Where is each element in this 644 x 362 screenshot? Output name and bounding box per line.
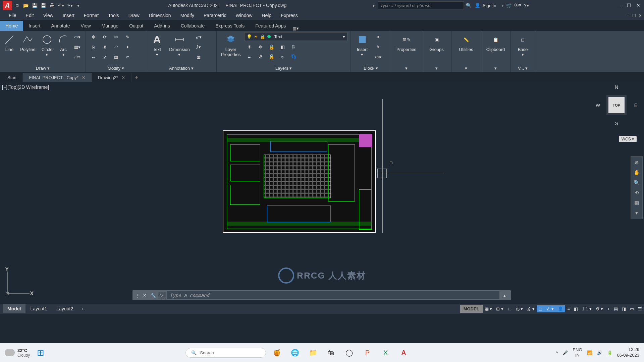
tab-manage[interactable]: Manage bbox=[96, 21, 124, 31]
layer-walk-icon[interactable]: 👣 bbox=[288, 52, 299, 61]
zoom-icon[interactable]: 🔍 bbox=[633, 179, 641, 187]
panel-modify-title[interactable]: Modify ▾ bbox=[88, 64, 144, 72]
array-icon[interactable]: ▦ bbox=[111, 52, 121, 62]
attr-block-icon[interactable]: ⚙▾ bbox=[373, 52, 383, 62]
scale-icon[interactable]: ⤢ bbox=[99, 52, 110, 62]
layer-iso-icon[interactable]: ◧ bbox=[277, 43, 287, 51]
menu-view[interactable]: View bbox=[39, 11, 58, 19]
clock[interactable]: 12:2606-09-2023 bbox=[617, 347, 640, 358]
add-layout-button[interactable]: + bbox=[78, 306, 87, 311]
new-icon[interactable]: 🗏 bbox=[13, 2, 21, 9]
layer-selector[interactable]: 💡 ☀ 🔒 -Text ▾ bbox=[244, 32, 347, 41]
doc-close-icon[interactable]: ✕ bbox=[638, 13, 642, 18]
tool-insert-block[interactable]: Insert▾ bbox=[353, 32, 372, 58]
layer-unlock-icon[interactable]: 🔓 bbox=[266, 52, 276, 61]
cart-icon[interactable]: 🛒 bbox=[505, 2, 513, 9]
layer-match-icon[interactable]: ≡ bbox=[244, 52, 254, 61]
viewcube-w[interactable]: W bbox=[596, 103, 600, 108]
ribbon-extra-icon[interactable]: ▥▾ bbox=[292, 26, 299, 31]
battery-icon[interactable]: 🔋 bbox=[607, 350, 612, 355]
autocad-taskbar-icon[interactable]: A bbox=[396, 345, 411, 360]
close-icon[interactable]: ✕ bbox=[635, 3, 641, 8]
layer-state-icon[interactable]: ⎘ bbox=[288, 43, 299, 51]
rotate-icon[interactable]: ⟳ bbox=[99, 32, 110, 42]
ortho-icon[interactable]: ∟ bbox=[505, 305, 514, 312]
qat-menu-icon[interactable]: ▾ bbox=[74, 2, 82, 9]
panel-draw-title[interactable]: Draw ▾ bbox=[2, 64, 84, 72]
menu-modify[interactable]: Modify bbox=[176, 11, 199, 19]
grid-icon[interactable]: ▦ ▾ bbox=[483, 305, 494, 312]
layer-thaw-icon[interactable]: ☼ bbox=[277, 52, 287, 61]
fullnav-icon[interactable]: ⊕ bbox=[633, 159, 641, 167]
command-input[interactable]: Type a command bbox=[167, 291, 499, 299]
tab-annotate[interactable]: Annotate bbox=[46, 21, 75, 31]
layout-tab-model[interactable]: Model bbox=[3, 304, 25, 313]
tab-view[interactable]: View bbox=[75, 21, 96, 31]
start-button[interactable]: ⊞ bbox=[33, 345, 48, 360]
rect-icon[interactable]: ▭▾ bbox=[72, 32, 83, 42]
fillet-icon[interactable]: ◠ bbox=[111, 42, 121, 52]
viewport-label[interactable]: [−][Top][2D Wireframe] bbox=[2, 84, 49, 90]
viewcube-face[interactable]: TOP bbox=[608, 97, 625, 113]
tool-base[interactable]: ◻ Base▾ bbox=[513, 32, 533, 58]
file-tab-drawing2[interactable]: Drawing2*✕ bbox=[92, 73, 131, 82]
quick-props-icon[interactable]: + bbox=[605, 305, 612, 312]
add-tab-button[interactable]: + bbox=[131, 74, 142, 81]
tool-utilities[interactable]: 📏 Utilities bbox=[456, 32, 477, 53]
trim-icon[interactable]: ✂ bbox=[111, 32, 121, 42]
snap-icon[interactable]: ⊞ ▾ bbox=[494, 305, 505, 312]
offset-icon[interactable]: ⊂ bbox=[122, 52, 133, 62]
cmd-history-icon[interactable]: ▴ bbox=[501, 293, 508, 298]
menu-window[interactable]: Window bbox=[231, 11, 257, 19]
cmd-handle-icon[interactable]: ⋮ bbox=[135, 293, 140, 298]
signin-dropdown-icon[interactable]: ▾ bbox=[501, 3, 504, 8]
tab-express-tools[interactable]: Express Tools bbox=[210, 21, 250, 31]
tool-arc[interactable]: Arc▾ bbox=[56, 32, 70, 58]
store-icon[interactable]: 🛍 bbox=[324, 345, 338, 360]
file-tab-project[interactable]: FINAL PROJECT - Copy*✕ bbox=[23, 73, 92, 82]
maximize-icon[interactable]: ☐ bbox=[626, 3, 632, 8]
tool-clipboard[interactable]: 📋 Clipboard bbox=[485, 32, 506, 53]
tool-properties[interactable]: 🗏✎ Properties bbox=[396, 32, 417, 53]
tool-polyline[interactable]: Polyline bbox=[18, 32, 38, 53]
file-tab-start[interactable]: Start bbox=[1, 73, 23, 82]
close-tab-icon[interactable]: ✕ bbox=[121, 75, 125, 80]
tool-text[interactable]: A Text▾ bbox=[148, 32, 166, 58]
panel-block-title[interactable]: Block ▾ bbox=[353, 64, 389, 72]
cmd-close-icon[interactable]: ✕ bbox=[141, 293, 148, 298]
showmotion-icon[interactable]: ▦ bbox=[633, 199, 641, 207]
drawing-canvas[interactable]: [−][Top][2D Wireframe] X Y N S bbox=[0, 82, 644, 304]
search-arrow-icon[interactable]: ▸ bbox=[373, 3, 375, 8]
hardware-icon[interactable]: ▭ bbox=[628, 305, 636, 312]
volume-icon[interactable]: 🔊 bbox=[597, 350, 602, 355]
gear-icon[interactable]: ⚙ ▾ bbox=[594, 305, 605, 312]
menu-dimension[interactable]: Dimension bbox=[144, 11, 176, 19]
dynamic-input-icon[interactable]: 👤 bbox=[556, 305, 565, 312]
wcs-label[interactable]: WCS ▾ bbox=[619, 136, 637, 142]
menu-edit[interactable]: Edit bbox=[21, 11, 39, 19]
layer-freeze-icon[interactable]: ❄ bbox=[255, 43, 265, 51]
leader-icon[interactable]: ↙▾ bbox=[193, 32, 204, 42]
viewcube[interactable]: N S W E TOP bbox=[596, 84, 637, 126]
status-model-button[interactable]: MODEL bbox=[460, 305, 483, 313]
ucs-icon[interactable]: X Y bbox=[3, 267, 34, 299]
close-tab-icon[interactable]: ✕ bbox=[82, 75, 86, 80]
panel-utilities-drop[interactable]: ▾ bbox=[453, 64, 479, 72]
viewcube-s[interactable]: S bbox=[615, 121, 618, 126]
hatch-icon[interactable]: ▦▾ bbox=[72, 42, 83, 52]
app-logo[interactable]: A bbox=[3, 1, 12, 10]
powerpoint-icon[interactable]: P bbox=[360, 345, 375, 360]
layout-tab-1[interactable]: Layout1 bbox=[25, 304, 52, 313]
layout-tab-2[interactable]: Layout2 bbox=[52, 304, 78, 313]
osnap-icon[interactable]: ◻ bbox=[537, 305, 544, 312]
viewcube-e[interactable]: E bbox=[634, 103, 637, 108]
orbit-icon[interactable]: ⟲ bbox=[633, 189, 641, 197]
redo-icon[interactable]: ↷▾ bbox=[66, 2, 73, 9]
signin-button[interactable]: Sign In bbox=[483, 3, 496, 8]
cmd-config-icon[interactable]: 🔧 bbox=[150, 293, 157, 298]
tab-home[interactable]: Home bbox=[0, 21, 23, 31]
app-exchange-icon[interactable]: Ⓐ▾ bbox=[514, 2, 521, 9]
mic-icon[interactable]: 🎤 bbox=[562, 350, 568, 355]
copy-icon[interactable]: ⎘ bbox=[88, 42, 99, 52]
menu-help[interactable]: Help bbox=[257, 11, 276, 19]
